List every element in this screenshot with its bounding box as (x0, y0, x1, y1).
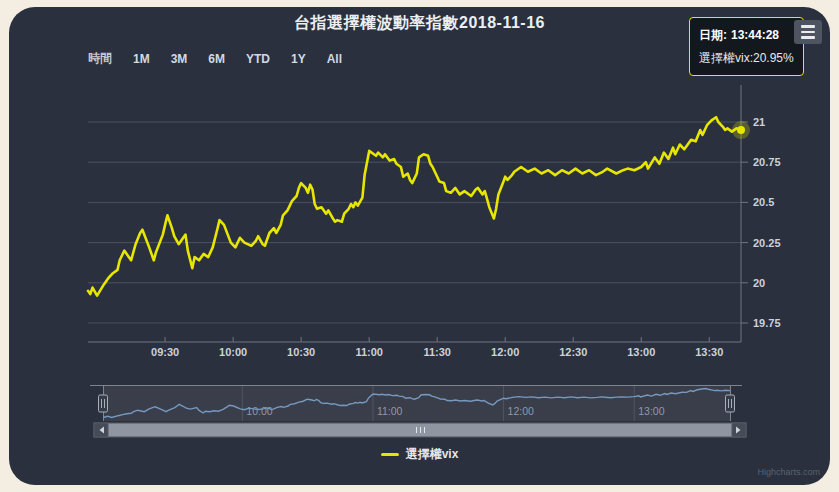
highcharts-credit: Highcharts.com (0, 467, 820, 477)
navigator-handle-left[interactable] (99, 395, 108, 412)
vix-series-line[interactable] (88, 117, 741, 296)
navigator-axis-label: 10:00 (246, 405, 272, 417)
navigator-mask[interactable] (103, 385, 730, 421)
tooltip-series-value: 選擇權vix:20.95% (699, 48, 794, 68)
x-axis-label: 13:00 (627, 346, 655, 358)
x-axis-label: 12:00 (491, 346, 519, 358)
navigator-handle-right[interactable] (726, 395, 735, 412)
hamburger-icon (801, 25, 815, 39)
tooltip-date-value: 13:44:28 (731, 28, 779, 42)
x-axis-label: 10:00 (219, 346, 247, 358)
tooltip-date-label: 日期: (699, 28, 727, 42)
export-menu-button[interactable] (794, 20, 822, 44)
navigator-axis-label: 12:00 (508, 405, 534, 417)
x-axis-label: 12:30 (559, 346, 587, 358)
x-axis-label: 11:00 (355, 346, 383, 358)
y-axis-label: 21 (753, 116, 765, 128)
y-axis-label: 20.5 (753, 196, 774, 208)
x-axis-label: 11:30 (423, 346, 451, 358)
x-axis-label: 13:30 (695, 346, 723, 358)
x-axis-label: 09:30 (151, 346, 179, 358)
tooltip: 日期:13:44:28 選擇權vix:20.95% (689, 17, 804, 76)
y-axis-label: 20 (753, 277, 765, 289)
y-axis-label: 20.75 (753, 156, 781, 168)
legend-item-vix[interactable]: 選擇權vix (0, 446, 839, 463)
navigator-axis-label: 11:00 (377, 405, 403, 417)
navigator-axis-label: 13:00 (638, 405, 664, 417)
last-point-marker[interactable] (737, 126, 745, 134)
y-axis-label: 20.25 (753, 237, 781, 249)
x-axis-label: 10:30 (287, 346, 315, 358)
legend-line-icon (381, 453, 399, 456)
y-axis-label: 19.75 (753, 317, 781, 329)
legend-label: 選擇權vix (406, 446, 459, 463)
